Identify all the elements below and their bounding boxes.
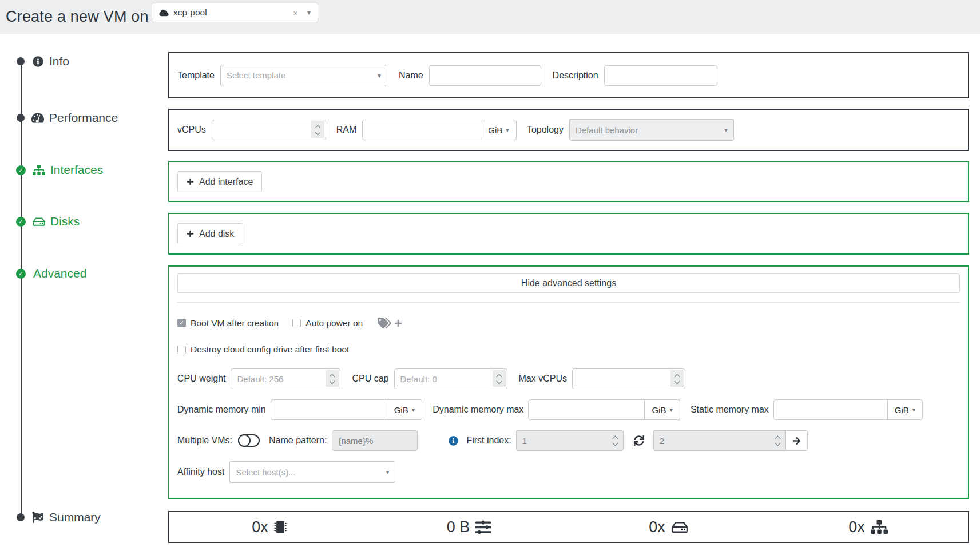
- add-interface-button[interactable]: Add interface: [177, 171, 262, 192]
- ram-unit-dropdown[interactable]: GiB ▾: [481, 120, 517, 140]
- chevron-down-icon: ▾: [378, 72, 381, 80]
- stepper-item-label: Performance: [49, 111, 118, 125]
- chevron-down-icon[interactable]: ▾: [307, 9, 311, 17]
- number-spinner: [771, 432, 784, 449]
- stepper-item-label: Info: [49, 54, 69, 68]
- number-spinner[interactable]: [326, 370, 339, 387]
- ram-unit-label: GiB: [488, 125, 502, 135]
- hide-advanced-settings-button[interactable]: Hide advanced settings: [177, 274, 960, 293]
- check-circle-icon: ✓: [16, 165, 26, 175]
- bulk-count-input: [653, 430, 786, 451]
- check-circle-icon: ✓: [16, 269, 26, 279]
- summary-disks: 0x: [569, 518, 768, 536]
- page-title: Create a new VM on: [6, 8, 149, 26]
- name-pattern-label: Name pattern:: [269, 435, 327, 446]
- static-memory-max-unit-dropdown[interactable]: GiB ▾: [888, 399, 923, 420]
- ram-input[interactable]: [362, 120, 481, 140]
- dynamic-memory-min-unit-dropdown[interactable]: GiB ▾: [387, 399, 423, 420]
- sliders-icon: [475, 520, 491, 535]
- flag-checkered-icon: [31, 512, 45, 523]
- dynamic-memory-min-group: GiB ▾: [271, 399, 423, 420]
- static-memory-max-input[interactable]: [773, 399, 888, 420]
- refresh-icon[interactable]: [634, 435, 644, 446]
- name-pattern-input: [332, 430, 418, 451]
- apply-count-button[interactable]: [786, 430, 808, 451]
- divider: [177, 302, 960, 303]
- number-spinner[interactable]: [670, 370, 684, 387]
- cpu-cap-input[interactable]: [394, 368, 507, 389]
- stepper-item-summary[interactable]: Summary: [17, 510, 101, 524]
- chevron-down-icon: ▾: [412, 406, 415, 414]
- arrow-right-icon: [792, 437, 801, 445]
- cpu-weight-input[interactable]: [231, 368, 340, 389]
- step-dot: [17, 57, 25, 65]
- step-dot: [17, 114, 25, 122]
- hdd-icon: [671, 520, 688, 534]
- stepper-item-label: Interfaces: [50, 163, 103, 177]
- step-dot: [17, 513, 25, 521]
- multiple-vms-toggle[interactable]: [238, 434, 260, 447]
- name-label: Name: [399, 70, 423, 81]
- plus-icon: [187, 178, 194, 185]
- unit-label: GiB: [652, 405, 666, 415]
- stepper-item-interfaces[interactable]: ✓ Interfaces: [17, 163, 103, 177]
- ram-group: GiB ▾: [362, 120, 517, 140]
- summary-disks-value: 0x: [649, 518, 665, 536]
- plus-icon: [187, 230, 194, 237]
- chevron-down-icon: ▾: [669, 406, 673, 414]
- unit-label: GiB: [895, 405, 909, 415]
- max-vcpus-label: Max vCPUs: [519, 374, 567, 384]
- dynamic-memory-max-unit-dropdown[interactable]: GiB ▾: [645, 399, 680, 420]
- create-vm-page: Create a new VM on xcp-pool × ▾ Info Per…: [0, 0, 980, 547]
- topology-select: Default behavior ▾: [569, 119, 734, 141]
- cpu-cap-stepper: [394, 368, 507, 389]
- microchip-icon: [274, 519, 287, 535]
- vcpus-input[interactable]: [212, 120, 326, 140]
- dynamic-memory-min-label: Dynamic memory min: [177, 405, 266, 415]
- chevron-down-icon: ▾: [386, 468, 389, 476]
- stepper-item-advanced[interactable]: ✓ Advanced: [17, 267, 86, 280]
- number-spinner[interactable]: [311, 121, 324, 138]
- number-spinner: [609, 432, 622, 449]
- name-input[interactable]: [429, 65, 541, 86]
- add-interface-label: Add interface: [199, 177, 253, 187]
- ram-label: RAM: [336, 125, 357, 135]
- tags-icon[interactable]: [378, 318, 391, 328]
- bulk-count-group: [653, 430, 808, 451]
- template-select[interactable]: Select template ▾: [220, 65, 387, 86]
- stepper-item-info[interactable]: Info: [17, 54, 69, 68]
- dynamic-memory-max-input[interactable]: [528, 399, 645, 420]
- summary-ram: 0 B: [369, 518, 569, 536]
- max-vcpus-input[interactable]: [572, 368, 685, 389]
- stepper-item-label: Disks: [50, 215, 80, 228]
- clear-icon[interactable]: ×: [293, 8, 298, 18]
- destroy-cloud-config-checkbox[interactable]: [177, 346, 186, 354]
- auto-power-checkbox[interactable]: [292, 319, 301, 327]
- description-input[interactable]: [604, 65, 717, 86]
- topbar: Create a new VM on: [0, 0, 980, 34]
- summary-ram-value: 0 B: [447, 518, 470, 536]
- summary-bar: 0x 0 B 0x 0x: [168, 511, 969, 543]
- boot-vm-label: Boot VM after creation: [191, 318, 279, 328]
- template-label: Template: [177, 70, 215, 81]
- boot-vm-checkbox[interactable]: ✓: [177, 319, 186, 327]
- destroy-cloud-config-label: Destroy cloud config drive after first b…: [191, 344, 349, 355]
- number-spinner[interactable]: [493, 370, 506, 387]
- template-select-placeholder: Select template: [227, 70, 285, 80]
- pool-select[interactable]: xcp-pool × ▾: [152, 3, 318, 22]
- chevron-down-icon: ▾: [724, 126, 728, 134]
- max-vcpus-stepper: [572, 368, 685, 389]
- dynamic-memory-min-input[interactable]: [271, 399, 387, 420]
- auto-power-label: Auto power on: [305, 318, 363, 328]
- stepper-item-performance[interactable]: Performance: [17, 111, 118, 125]
- add-disk-button[interactable]: Add disk: [177, 223, 243, 244]
- disks-section: Add disk: [168, 213, 969, 255]
- vcpus-label: vCPUs: [177, 125, 206, 135]
- stepper-item-disks[interactable]: ✓ Disks: [17, 215, 80, 228]
- multiple-vms-label: Multiple VMs:: [177, 435, 232, 446]
- info-section: Template Select template ▾ Name Descript…: [168, 52, 969, 98]
- affinity-host-select[interactable]: Select host(s)... ▾: [229, 461, 395, 483]
- add-tag-icon[interactable]: [394, 319, 402, 327]
- cpu-weight-label: CPU weight: [177, 374, 225, 384]
- cpu-weight-stepper: [231, 368, 340, 389]
